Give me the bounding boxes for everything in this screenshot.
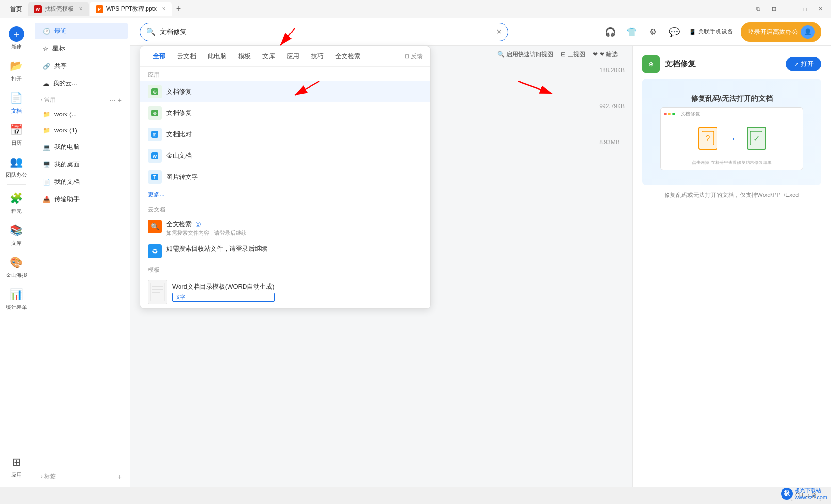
sidebar-item-template[interactable]: 🧩 稻壳	[0, 187, 33, 219]
dropdown-cloud-recycle[interactable]: ♻ 如需搜索回收站文件，请登录后继续	[140, 241, 430, 262]
dropdown-app-jinshan[interactable]: W 金山文档	[140, 145, 430, 166]
quick-three-view-btn[interactable]: ⊟ 三视图	[561, 50, 585, 59]
section-add-btn[interactable]: +	[118, 97, 122, 104]
fulltext-text: 全文检索 ⓪ 如需搜索文件内容，请登录后继续	[166, 220, 246, 237]
search-tab-pc[interactable]: 此电脑	[203, 50, 231, 63]
settings-icon-btn[interactable]: ⚙	[646, 25, 660, 39]
left-panel-mydocs[interactable]: 📄 我的文档	[35, 174, 128, 190]
sidebar-item-calendar[interactable]: 📅 日历	[0, 118, 33, 150]
comment-icon-btn[interactable]: 💬	[668, 25, 681, 39]
dropdown-app-repair2[interactable]: ⊕ 文档修复	[140, 102, 430, 124]
search-tab-cloud[interactable]: 云文档	[172, 50, 201, 63]
broken-file-icon: ?	[698, 127, 717, 150]
left-panel-star[interactable]: ☆ 星标	[35, 40, 128, 57]
sidebar-item-new[interactable]: ＋ 新建	[0, 22, 33, 54]
search-clear-icon[interactable]: ✕	[496, 27, 502, 36]
maximize-btn[interactable]: □	[798, 4, 812, 14]
add-tab-button[interactable]: +	[173, 3, 184, 15]
left-panel-recent[interactable]: 🕐 最近	[35, 23, 128, 39]
dropdown-app-imgtotext[interactable]: T 图片转文字	[140, 166, 430, 188]
watermark-logo: 极	[781, 488, 793, 500]
minimize-btn[interactable]: —	[782, 4, 796, 14]
top-bar: 🔍 ✕ 🎧 👕 ⚙ 💬 📱 关联手机设备 登录开启高效办公 👤	[130, 18, 831, 46]
dropdown-app-repair1[interactable]: ⊕ 文档修复	[140, 81, 430, 102]
folder-icon-1: 📁	[43, 111, 50, 118]
left-panel-work2[interactable]: 📁 work (1)	[35, 123, 128, 138]
sidebar-divider	[7, 184, 26, 185]
left-panel-transfer[interactable]: 📥 传输助手	[35, 191, 128, 208]
sidebar-item-stats[interactable]: 📊 统计表单	[0, 283, 33, 315]
home-tab[interactable]: 首页	[4, 0, 28, 18]
stats-icon: 📊	[9, 287, 24, 302]
quick-access-view-btn[interactable]: 🔍 启用快速访问视图	[497, 50, 553, 59]
preview-title: 文档修复	[665, 59, 696, 69]
feedback-btn[interactable]: ⊡ 反馈	[405, 52, 423, 61]
search-tab-fulltext[interactable]: 全文检索	[330, 50, 365, 63]
tab-list: W 找板壳模板 ✕ P WPS PPT教程.pptx ✕ +	[28, 2, 751, 16]
sidebar-item-library[interactable]: 📚 文库	[0, 219, 33, 251]
sidebar-poster-label: 金山海报	[6, 272, 27, 279]
work1-label: work (...	[54, 111, 77, 118]
open-app-button[interactable]: ↗ 打开	[786, 57, 821, 71]
tab-wps[interactable]: W 找板壳模板 ✕	[28, 2, 89, 16]
section-more-btn[interactable]: ⋯	[109, 97, 116, 104]
mydocs-label: 我的文档	[54, 178, 80, 186]
tab-wps-close[interactable]: ✕	[79, 6, 83, 12]
calendar-icon: 📅	[9, 122, 24, 138]
search-tab-all[interactable]: 全部	[148, 50, 170, 63]
tab-wps-label: 找板壳模板	[45, 5, 74, 13]
fulltext-sub: 如需搜索文件内容，请登录后继续	[166, 229, 246, 237]
left-panel-work1[interactable]: 📁 work (...	[35, 107, 128, 122]
dot-yellow	[668, 113, 671, 115]
quick-access-bar: 🔍 启用快速访问视图 ⊟ 三视图 ❤ ❤ 筛选	[488, 46, 627, 63]
tab-ppt-close[interactable]: ✕	[162, 6, 166, 12]
app-jinshan-label: 金山文档	[166, 151, 192, 160]
svg-text:✓: ✓	[753, 134, 759, 143]
sidebar-item-open[interactable]: 📂 打开	[0, 54, 33, 86]
grid-view-btn[interactable]: ⊞	[767, 4, 781, 14]
login-button[interactable]: 登录开启高效办公 👤	[741, 22, 821, 42]
left-panel-desktop[interactable]: 🖥️ 我的桌面	[35, 156, 128, 173]
app-imgtotext-label: 图片转文字	[166, 173, 198, 181]
left-panel-share[interactable]: 🔗 共享	[35, 58, 128, 74]
headset-icon-btn[interactable]: 🎧	[603, 25, 617, 39]
tile-windows-btn[interactable]: ⧉	[751, 4, 765, 14]
sidebar-team-label: 团队办公	[6, 171, 27, 179]
title-bar: 首页 W 找板壳模板 ✕ P WPS PPT教程.pptx ✕ + ⧉ ⊞ — …	[0, 0, 831, 18]
sidebar-item-apps[interactable]: ⊞ 应用	[0, 451, 33, 483]
more-apps-link[interactable]: 更多...	[140, 188, 430, 202]
quick-filter-btn[interactable]: ❤ ❤ 筛选	[593, 50, 618, 59]
search-tab-library[interactable]: 文库	[258, 50, 280, 63]
watermark: 极 极光下载站 www.xz7.com	[781, 487, 827, 500]
sidebar-item-team[interactable]: 👥 团队办公	[0, 150, 33, 182]
star-icon: ☆	[43, 45, 49, 52]
main-layout: ＋ 新建 📂 打开 📄 文档 📅 日历 👥 团队办公 🧩 稻壳 📚 文库	[0, 18, 831, 487]
close-btn[interactable]: ✕	[814, 4, 827, 14]
left-panel-cloud[interactable]: ☁ 我的云...	[35, 75, 128, 92]
dropdown-cloud-fulltext[interactable]: 🔍 全文检索 ⓪ 如需搜索文件内容，请登录后继续	[140, 216, 430, 241]
tab-ppt[interactable]: P WPS PPT教程.pptx ✕	[90, 2, 172, 16]
sub-preview-bar: 文档修复	[664, 111, 800, 117]
svg-text:T: T	[153, 175, 156, 180]
phone-icon: 📱	[689, 29, 696, 35]
sidebar-item-doc[interactable]: 📄 文档	[0, 86, 33, 118]
search-tab-apps[interactable]: 应用	[282, 50, 304, 63]
transfer-label: 传输助手	[54, 195, 80, 204]
left-panel-mypc[interactable]: 💻 我的电脑	[35, 139, 128, 155]
shirt-icon-btn[interactable]: 👕	[625, 25, 638, 39]
connect-phone-btn[interactable]: 📱 关联手机设备	[689, 28, 733, 36]
search-tab-tips[interactable]: 技巧	[306, 50, 328, 63]
sidebar-item-poster[interactable]: 🎨 金山海报	[0, 251, 33, 283]
tab-ppt-label: WPS PPT教程.pptx	[106, 5, 157, 13]
dropdown-template-1[interactable]: Word文档目录模板(WORD自动生成) 文字	[140, 276, 430, 308]
search-box[interactable]: 🔍 ✕	[140, 23, 508, 41]
search-input[interactable]	[160, 28, 492, 36]
poster-icon: 🎨	[9, 255, 24, 270]
dropdown-app-compare[interactable]: ⊞ 文档比对	[140, 124, 430, 145]
template-name-1: Word文档目录模板(WORD自动生成)	[172, 282, 275, 291]
doc-icon: 📄	[9, 90, 24, 106]
connect-phone-label: 关联手机设备	[698, 28, 733, 36]
dot-red	[664, 113, 667, 115]
search-tab-template[interactable]: 模板	[233, 50, 256, 63]
tags-add-btn[interactable]: +	[118, 473, 122, 481]
